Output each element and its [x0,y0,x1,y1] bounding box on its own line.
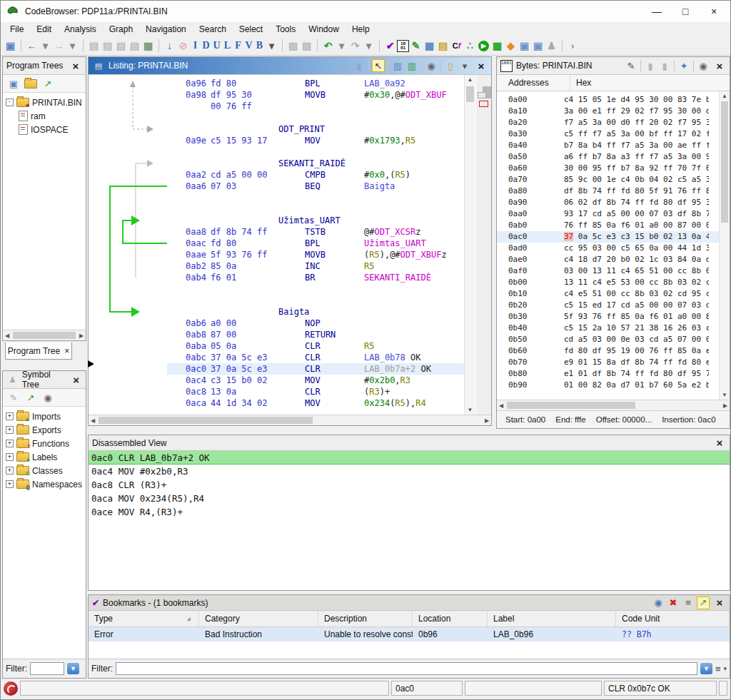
menu-select[interactable]: Select [233,23,269,36]
menu-navigation[interactable]: Navigation [139,23,193,36]
bytes-row[interactable]: 0b20c5 15 ed 17 cd a5 00 00 07 03 df [497,300,730,311]
bookmarks-column-description[interactable]: Description [318,611,413,627]
run-script-icon[interactable]: ▶ [478,41,489,51]
close-program-trees-button[interactable]: × [69,60,82,72]
listing-row[interactable]: 0a9ec5 15 93 17MOV#0x1793,R5 [167,135,464,146]
goto-external-icon[interactable]: ↗ [41,77,54,90]
listing-row[interactable]: 0aacfd 80BPLUžimtas_UART [167,238,464,249]
listing-row[interactable]: 0aa607 03BEQBaigta [167,181,464,192]
menu-file[interactable]: File [4,23,30,36]
back-dropdown-icon[interactable]: ▾ [39,39,52,53]
select-columns-icon[interactable]: ≡ [682,597,695,609]
listing-body[interactable]: 0a96fd 80BPLLAB_0a920a98df 95 30MOVB#0x3… [89,75,491,415]
memory-icon[interactable]: ▦ [490,39,504,53]
listing-row[interactable]: 0aa2cd a5 00 00CMPB#0x0,(R5) [167,169,464,181]
symbol-tree-item-functions[interactable]: +fFunctions [6,437,86,450]
snapshot-icon[interactable]: ◉ [41,391,54,404]
menu-edit[interactable]: Edit [30,23,58,36]
bookmarks-column-location[interactable]: Location [413,611,488,627]
clear-code-icon[interactable]: ▤ [87,39,101,53]
disassembled-line[interactable]: 0ac0 CLR LAB_0b7a+2 OK [89,451,730,465]
diff-apply-icon[interactable]: ▥ [405,59,418,72]
bookmarks-column-type[interactable]: Type▲ [89,611,199,627]
stop-disassembly-icon[interactable]: ⊘ [176,39,190,53]
disassembled-line[interactable]: 0ace MOV R4,(R3)+ [89,505,730,519]
close-bytes-button[interactable]: × [713,60,726,72]
symbol-tree-item-namespaces[interactable]: +()Namespaces [6,477,86,491]
listing-overview-margin[interactable] [476,75,491,415]
paste-icon[interactable]: ▮ [658,59,671,72]
bytes-hscrollbar[interactable]: ◀ ▶ [497,400,730,410]
bytes-row[interactable]: 0a9006 02 df 8b 74 ff fd 80 df 95 30 [497,197,730,208]
scroll-right-icon[interactable]: ▶ [721,402,730,409]
bytes-row[interactable]: 0b70e9 01 15 8a df 8b 74 ff fd 80 e1 [497,357,730,368]
snapshot-memory-icon[interactable]: ▦ [141,39,155,53]
bytes-row[interactable]: 0a20f7 a5 3a 00 d0 ff 20 02 f7 95 30 [497,117,730,128]
expand-icon[interactable]: + [6,453,14,461]
listing-row[interactable]: 0ac813 0aCLR(R3)+ [167,386,464,397]
window-add-icon[interactable]: ▣ [531,39,545,53]
merge-icon[interactable]: ▨ [286,39,300,53]
symbol-tree-item-imports[interactable]: +▲Imports [6,410,86,423]
listing-row[interactable]: 0aa8df 8b 74 ffTSTB@#ODT_XCSRz [167,226,464,238]
patch-instruction-icon[interactable]: ▤ [114,39,128,53]
diff-view-icon[interactable]: ▥ [391,59,404,72]
bytes-row[interactable]: 0a6030 00 95 ff b7 8a 92 ff 70 7f 06 [497,163,730,174]
hex-column-header[interactable]: Hex [570,78,591,88]
script-manager-icon[interactable]: ✎ [409,39,423,53]
undo-icon[interactable]: ↶ [321,39,335,53]
scroll-thumb[interactable] [721,101,728,223]
bytes-row[interactable]: 0ad0cc 95 03 00 c5 65 0a 00 44 1d 34 [497,243,730,254]
expand-icon[interactable]: + [6,412,14,420]
function-graph-icon[interactable]: ∴ [463,39,477,53]
expand-icon[interactable]: + [6,440,14,447]
symbol-tree-item-labels[interactable]: +●Labels [6,450,86,464]
scroll-thumb[interactable] [13,332,76,339]
clear-with-options-icon[interactable]: ▤ [101,39,114,53]
scroll-down-icon[interactable]: ▼ [720,392,730,398]
data-type-v-icon[interactable]: V [243,39,254,53]
close-bookmarks-button[interactable]: × [713,597,726,609]
bytes-row[interactable]: 0a30c5 ff f7 a5 3a 00 bf ff 17 02 f7 [497,128,730,140]
filter-settings-dropdown-icon[interactable]: ▾ [723,665,727,672]
redo-icon[interactable]: ↷ [348,39,362,53]
listing-hscrollbar[interactable]: ◀ ▶ [89,415,491,425]
listing-row[interactable]: 0ab285 0aINCR5 [167,260,464,272]
bytes-row[interactable]: 0af003 00 13 11 c4 65 51 00 cc 8b 03 [497,265,730,277]
assemble-icon[interactable]: ▤ [128,39,141,53]
menu-window[interactable]: Window [302,23,346,36]
listing-row[interactable]: 0ab6a0 00NOP [167,318,464,329]
listing-row[interactable]: 0ac037 0a 5c e3CLRLAB_0b7a+2 OK [167,363,464,375]
merge-latest-icon[interactable]: ▨ [300,39,313,53]
listing-row[interactable]: Baigta [167,306,464,318]
scroll-left-icon[interactable]: ◀ [3,333,11,339]
edit-bytes-icon[interactable]: ✎ [625,59,637,72]
menu-help[interactable]: Help [346,23,376,36]
scroll-down-icon[interactable]: ▼ [465,407,475,413]
ghidra-status-icon[interactable] [4,681,18,696]
bytes-row[interactable]: 0b9001 00 82 0a d7 01 b7 60 5a e2 b7 [497,380,730,391]
listing-vscrollbar[interactable]: ▲ ▼ [464,75,475,415]
filter-funnel-icon[interactable]: ▼ [700,663,712,674]
scroll-thumb[interactable] [507,402,635,409]
bytes-row[interactable]: 0b80e1 01 df 8b 74 ff fd 80 df 95 76 [497,368,730,380]
bookmarks-filter-input[interactable] [116,662,697,675]
validate-icon[interactable]: ✔ [383,39,397,53]
expand-icon[interactable]: + [6,426,14,434]
diamond-icon[interactable]: ◆ [504,39,518,53]
copy-icon[interactable]: ▮ [644,59,657,72]
bytes-row[interactable]: 0b10c4 e5 51 00 cc 8b 03 02 cd 95 c5 [497,288,730,300]
scroll-left-icon[interactable]: ◀ [89,417,97,424]
data-type-d-icon[interactable]: D [201,39,211,53]
listing-row[interactable]: 0a98df 95 30MOVB#0x30,@#ODT_XBUF [167,89,464,101]
disassembled-line[interactable]: 0aca MOV 0x234(R5),R4 [89,492,730,505]
collapse-icon[interactable]: - [6,98,14,106]
menu-graph[interactable]: Graph [103,23,139,36]
tree-item-iospace[interactable]: IOSPACE [6,123,86,136]
bytes-row[interactable]: 0a00c4 15 05 1e d4 95 30 00 83 7e b0 [497,94,730,106]
snapshot-icon[interactable]: ◉ [697,59,710,72]
filter-funnel-icon[interactable]: ▼ [67,663,79,674]
data-type-i-icon[interactable]: I [190,39,201,53]
settings-wrench-icon[interactable]: ✦ [677,59,690,72]
program-tree-tab-close-icon[interactable]: × [64,346,69,356]
